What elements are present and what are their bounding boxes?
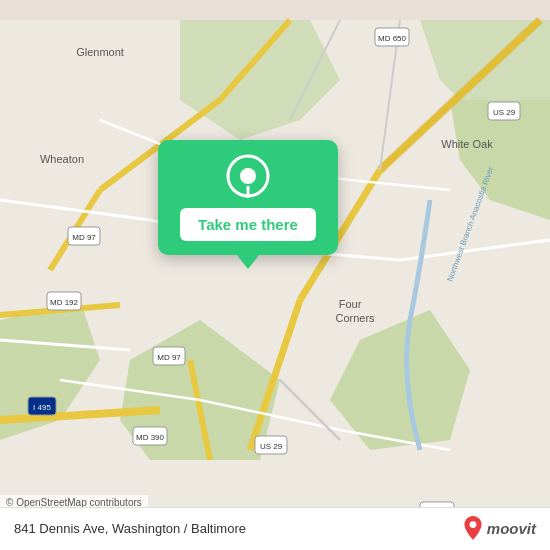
svg-text:I 495: I 495 <box>33 403 51 412</box>
label-white-oak: White Oak <box>441 138 493 150</box>
svg-text:MD 650: MD 650 <box>378 34 407 43</box>
svg-text:US 29: US 29 <box>493 108 516 117</box>
svg-text:MD 97: MD 97 <box>157 353 181 362</box>
address-text: 841 Dennis Ave, Washington / Baltimore <box>14 521 246 536</box>
label-four-corners-2: Corners <box>335 312 375 324</box>
moovit-pin-icon <box>463 516 483 540</box>
label-glenmont: Glenmont <box>76 46 124 58</box>
take-me-there-button[interactable]: Take me there <box>180 208 316 241</box>
svg-point-12 <box>469 521 476 528</box>
svg-text:US 29: US 29 <box>260 442 283 451</box>
map-container: MD 650 US 29 MD 97 MD 97 MD 192 I 495 US… <box>0 0 550 550</box>
bottom-bar: 841 Dennis Ave, Washington / Baltimore m… <box>0 507 550 550</box>
location-pin-icon <box>226 154 270 198</box>
label-wheaton: Wheaton <box>40 153 84 165</box>
label-four-corners: Four <box>339 298 362 310</box>
svg-text:MD 192: MD 192 <box>50 298 79 307</box>
popup-card: Take me there <box>158 140 338 255</box>
svg-point-11 <box>240 168 256 184</box>
svg-text:MD 97: MD 97 <box>72 233 96 242</box>
svg-text:MD 390: MD 390 <box>136 433 165 442</box>
map-svg: MD 650 US 29 MD 97 MD 97 MD 192 I 495 US… <box>0 0 550 550</box>
moovit-logo: moovit <box>463 516 536 540</box>
moovit-brand-name: moovit <box>487 520 536 537</box>
